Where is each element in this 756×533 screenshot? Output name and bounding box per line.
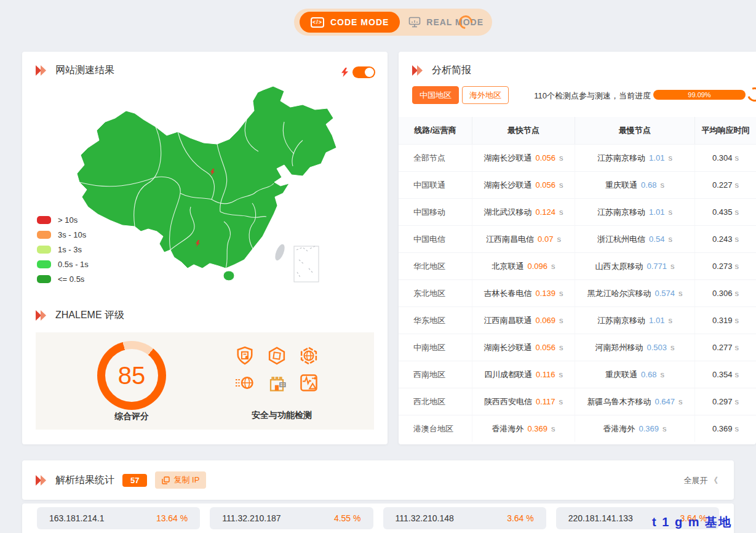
ip-card[interactable]: 111.32.210.148 3.64 % (383, 507, 546, 529)
tab-china-region[interactable]: 中国地区 (412, 86, 459, 104)
dns-panel-title: 解析结果统计 (55, 474, 114, 487)
shield-report-icon (236, 347, 254, 365)
ip-address: 111.32.210.148 (396, 513, 454, 523)
mode-toggle-bar: </> CODE MODE REAL MODE (294, 9, 492, 36)
loading-ring-icon (456, 13, 475, 32)
unit-label: s (559, 343, 563, 352)
slow-time: 0.369 (639, 424, 659, 433)
slow-time: 0.68 (641, 370, 656, 379)
ip-percent: 13.64 % (156, 513, 188, 523)
unit-label: s (668, 234, 672, 244)
table-row: 西南地区 四川成都联通 0.116 s 重庆联通 0.68 s 0.354 s (399, 361, 756, 388)
slow-node: 重庆联通 (605, 180, 637, 191)
security-label: 安全与功能检测 (220, 410, 343, 421)
ip-percent: 3.64 % (507, 513, 534, 523)
analysis-table: 线路/运营商 最快节点 最慢节点 平均响应时间 全部节点 湖南长沙联通 0.05… (399, 117, 756, 442)
unit-label: s (660, 180, 664, 190)
unit-label: s (551, 262, 555, 271)
ip-address: 163.181.214.1 (49, 513, 105, 523)
security-icons (229, 342, 340, 396)
china-map[interactable] (74, 85, 338, 284)
table-row: 华东地区 江西南昌联通 0.069 s 江苏南京移动 1.01 s 0.319 … (399, 307, 756, 334)
score-value: 85 (118, 362, 146, 390)
tab-overseas-region[interactable]: 海外地区 (462, 86, 509, 104)
analysis-panel: 分析简报 中国地区 海外地区 110个检测点参与测速，当前进度 99.09% 线… (399, 52, 756, 444)
fast-time: 0.124 (535, 207, 555, 217)
copy-ip-button[interactable]: 复制 IP (155, 471, 206, 489)
fast-node: 江西南昌联通 (483, 315, 531, 326)
table-row: 华北地区 北京联通 0.096 s 山西太原移动 0.771 s 0.273 s (399, 252, 756, 279)
unit-label: s (735, 234, 739, 244)
slow-node: 新疆乌鲁木齐移动 (587, 396, 651, 407)
slow-node: 江苏南京移动 (597, 207, 645, 218)
legend-item: 3s - 10s (37, 227, 89, 242)
legend-label: <= 0.5s (58, 275, 84, 284)
legend-swatch (37, 246, 51, 254)
ip-card[interactable]: 111.32.210.187 4.55 % (210, 507, 373, 529)
slow-time: 0.771 (647, 262, 667, 271)
slow-time: 0.574 (655, 289, 675, 298)
unit-label: s (668, 207, 672, 217)
slow-time: 0.68 (641, 180, 656, 190)
loading-spinner-icon (745, 85, 756, 104)
real-mode-button[interactable]: REAL MODE (400, 17, 492, 28)
section-chevron-icon (36, 65, 47, 76)
legend-label: 3s - 10s (58, 230, 86, 239)
unit-label: s (668, 316, 672, 325)
section-chevron-icon (36, 310, 47, 321)
globe-transfer-icon (236, 374, 254, 392)
cell-line: 中国移动 (399, 199, 472, 225)
slow-time: 0.54 (649, 234, 664, 244)
fast-node: 湖北武汉移动 (483, 207, 531, 218)
table-row: 港澳台地区 香港海外 0.369 s 香港海外 0.369 s 0.369 s (399, 415, 756, 442)
unit-label: s (670, 343, 675, 352)
monitor-icon (408, 17, 421, 28)
section-chevron-icon (36, 475, 47, 486)
col-header-slow: 最慢节点 (575, 117, 695, 144)
table-row: 全部节点 湖南长沙联通 0.056 s 江苏南京移动 1.01 s 0.304 … (399, 144, 756, 171)
unit-label: s (678, 397, 683, 406)
speed-toggle-switch[interactable] (352, 66, 375, 78)
ip-count-badge: 57 (122, 474, 147, 487)
slow-time: 0.647 (655, 397, 675, 406)
section-chevron-icon (412, 65, 424, 76)
legend-item: 1s - 3s (37, 242, 89, 257)
unit-label: s (559, 153, 563, 162)
watermark: t 1 g m 基地 (609, 514, 732, 531)
taiwan-shape (273, 243, 287, 262)
fast-node: 北京联通 (491, 261, 523, 272)
fast-node: 四川成都联通 (484, 369, 532, 380)
slow-time: 1.01 (649, 316, 664, 325)
lightning-icon (341, 68, 348, 77)
unit-label: s (559, 370, 563, 379)
fast-node: 湖南长沙联通 (483, 342, 531, 353)
fast-node: 湖南长沙联通 (483, 180, 531, 191)
cell-line: 中国电信 (399, 226, 472, 252)
speed-legend: > 10s 3s - 10s 1s - 3s 0.5s - 1s <= 0.5s (37, 212, 89, 286)
great-wall-firewall-icon (268, 374, 286, 392)
unit-label: s (735, 262, 739, 271)
ip-card[interactable]: 163.181.214.1 13.64 % (37, 507, 200, 529)
fast-node: 湖南长沙联通 (483, 153, 531, 164)
fast-node: 江西南昌电信 (486, 234, 534, 245)
speed-test-panel: 网站测速结果 (22, 52, 388, 444)
legend-item: 0.5s - 1s (37, 257, 89, 271)
slow-time: 1.01 (649, 153, 664, 162)
slow-node: 重庆联通 (605, 369, 637, 380)
progress-text: 110个检测点参与测速，当前进度 (508, 90, 651, 102)
rating-panel-title: ZHALEME 评级 (55, 309, 124, 322)
avg-time: 0.273 (712, 262, 733, 271)
avg-time: 0.227 (712, 180, 733, 190)
col-header-avg: 平均响应时间 (695, 117, 756, 144)
expand-all-link[interactable]: 全展开 《 (683, 475, 718, 486)
slow-node: 浙江杭州电信 (597, 234, 645, 245)
unit-label: s (559, 289, 563, 298)
speed-panel-title: 网站测速结果 (55, 64, 114, 77)
unit-label: s (735, 289, 739, 298)
unit-label: s (678, 289, 683, 298)
legend-swatch (37, 216, 51, 224)
code-mode-button[interactable]: </> CODE MODE (300, 12, 400, 33)
fast-node: 香港海外 (491, 423, 523, 435)
slow-node: 黑龙江哈尔滨移动 (587, 288, 651, 299)
table-row: 中国移动 湖北武汉移动 0.124 s 江苏南京移动 1.01 s 0.435 … (399, 198, 756, 225)
